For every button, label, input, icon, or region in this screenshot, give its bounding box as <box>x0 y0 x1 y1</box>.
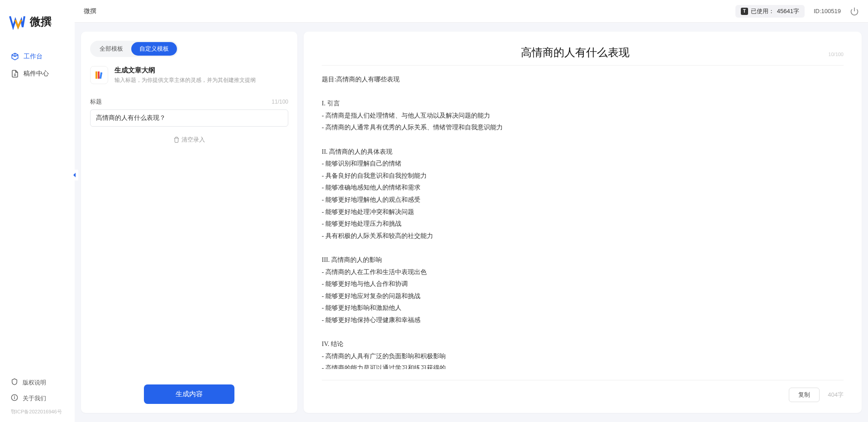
sidebar-collapse-handle[interactable] <box>71 170 78 180</box>
logo: 微撰 <box>0 0 75 43</box>
nav-item-drafts[interactable]: 稿件中心 <box>0 65 75 82</box>
field-header: 标题 11/100 <box>90 98 288 106</box>
footer-item-label: 关于我们 <box>23 394 46 403</box>
template-title: 生成文章大纲 <box>114 66 256 75</box>
field-count: 11/100 <box>272 99 288 105</box>
tab-all-templates[interactable]: 全部模板 <box>91 42 131 56</box>
svg-point-2 <box>14 396 15 396</box>
result-title-count: 10/100 <box>828 52 844 57</box>
footer-copyright[interactable]: 版权说明 <box>0 375 75 390</box>
form-panel: 全部模板 自定义模板 生成文章大纲 输入标题，为你提供文章主体的灵感，并为其创建… <box>81 32 297 413</box>
nav-item-workspace[interactable]: 工作台 <box>0 48 75 65</box>
svg-rect-4 <box>98 71 100 79</box>
document-icon <box>11 70 19 78</box>
chevron-left-icon <box>72 172 77 178</box>
footer-item-label: 版权说明 <box>23 379 46 387</box>
template-tabs: 全部模板 自定义模板 <box>90 41 178 57</box>
power-icon[interactable] <box>850 7 859 16</box>
template-desc: 输入标题，为你提供文章主体的灵感，并为其创建推文提纲 <box>114 76 256 84</box>
usage-value: 45641字 <box>777 7 799 15</box>
field-label: 标题 <box>90 98 102 106</box>
main: 微撰 T 已使用： 45641字 ID:100519 全部模板 自定义模板 <box>75 0 868 422</box>
result-head: 高情商的人有什么表现 10/100 <box>322 45 844 66</box>
result-body[interactable]: 题目:高情商的人有哪些表现 I. 引言 - 高情商是指人们处理情绪、与他人互动以… <box>322 74 844 369</box>
logo-icon <box>9 14 25 30</box>
word-count: 404字 <box>828 391 844 399</box>
template-card: 生成文章大纲 输入标题，为你提供文章主体的灵感，并为其创建推文提纲 <box>90 66 288 84</box>
nav-item-label: 工作台 <box>24 52 43 61</box>
topbar-right: T 已使用： 45641字 ID:100519 <box>735 5 859 18</box>
svg-rect-5 <box>100 72 102 79</box>
nav-item-label: 稿件中心 <box>24 70 49 78</box>
icp-info: 鄂ICP备2022016946号 <box>0 406 75 415</box>
result-title: 高情商的人有什么表现 <box>322 45 828 60</box>
tab-custom-template[interactable]: 自定义模板 <box>131 42 177 56</box>
breadcrumb: 微撰 <box>84 7 96 15</box>
copy-button[interactable]: 复制 <box>789 388 820 402</box>
generate-button[interactable]: 生成内容 <box>144 384 234 404</box>
footer-about[interactable]: 关于我们 <box>0 390 75 406</box>
shield-icon <box>11 378 18 387</box>
usage-label: 已使用： <box>751 7 774 15</box>
sidebar-footer: 版权说明 关于我们 鄂ICP备2022016946号 <box>0 370 75 422</box>
result-footer: 复制 404字 <box>789 388 844 402</box>
text-badge-icon: T <box>741 8 748 15</box>
clear-label: 清空录入 <box>181 136 205 144</box>
info-icon <box>11 394 18 403</box>
result-panel: 高情商的人有什么表现 10/100 题目:高情商的人有哪些表现 I. 引言 - … <box>304 32 862 413</box>
content-area: 全部模板 自定义模板 生成文章大纲 输入标题，为你提供文章主体的灵感，并为其创建… <box>75 23 868 422</box>
svg-rect-3 <box>95 71 97 79</box>
clear-button[interactable]: 清空录入 <box>90 136 288 144</box>
topbar: 微撰 T 已使用： 45641字 ID:100519 <box>75 0 868 23</box>
books-icon <box>90 66 108 84</box>
sidebar: 微撰 工作台 稿件中心 版权说明 <box>0 0 75 422</box>
divider <box>322 380 844 380</box>
title-input[interactable] <box>90 109 288 127</box>
logo-text: 微撰 <box>30 14 52 29</box>
trash-icon <box>173 137 180 143</box>
nav-menu: 工作台 稿件中心 <box>0 43 75 370</box>
usage-pill[interactable]: T 已使用： 45641字 <box>735 5 805 18</box>
cube-icon <box>11 52 19 61</box>
user-id: ID:100519 <box>814 8 841 14</box>
